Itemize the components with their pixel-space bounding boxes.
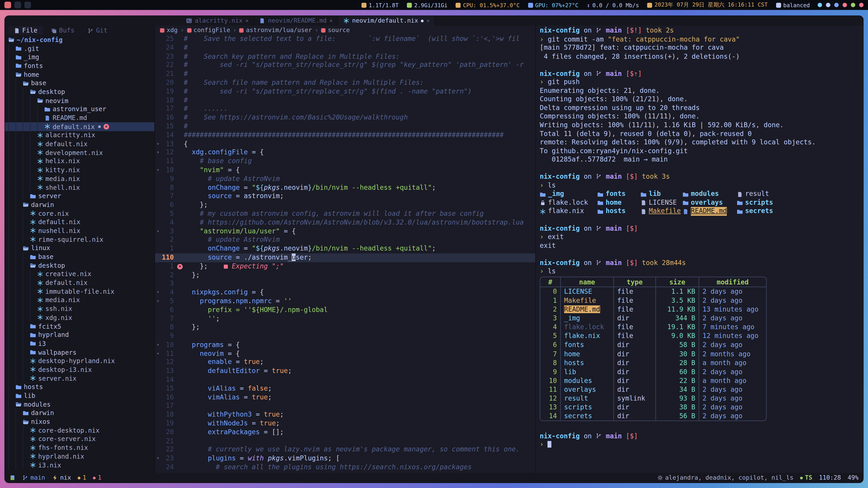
tree-item-server.nix[interactable]: server.nix [5, 374, 154, 383]
tree-item-linux[interactable]: linux [5, 244, 154, 252]
fold-arrow-icon[interactable]: ▾ [155, 350, 161, 358]
editor-line[interactable]: 14######################################… [155, 131, 535, 140]
tree-item-base[interactable]: base [5, 252, 154, 261]
editor-line[interactable]: 22# sed -ri "s/pattern_str/replace_str/g… [155, 61, 535, 70]
fold-arrow-icon[interactable]: ▾ [155, 297, 161, 306]
editor-line[interactable]: 20# Search file name pattern and Replace… [155, 78, 535, 88]
window-icon-2[interactable] [24, 2, 31, 8]
tree-item-core-desktop.nix[interactable]: core-desktop.nix [5, 426, 154, 435]
editor[interactable]: xdg›configFile›astronvim/lua/user›source… [154, 26, 535, 473]
editor-line[interactable]: ▾12 xdg.configFile = { [155, 149, 535, 157]
editor-line[interactable]: ▾13{ [155, 140, 535, 149]
editor-line[interactable]: ▾10 "nvim" = { [155, 166, 535, 175]
tree-item-media.nix[interactable]: media.nix [5, 174, 154, 183]
editor-line[interactable]: ▾23 plugins = with pkgs.vimPlugins; [ [155, 454, 535, 463]
tab-close-icon[interactable]: × [426, 18, 430, 24]
tree-item-creative.nix[interactable]: creative.nix [5, 270, 154, 278]
tree-item-nixos[interactable]: nixos [5, 417, 154, 426]
editor-line[interactable]: 9 # update AstroNvim [155, 175, 535, 184]
tree-item-.git[interactable]: .git [5, 44, 154, 53]
editor-line[interactable]: 12 enable = true; [155, 358, 535, 367]
editor-line[interactable]: 3 [155, 280, 535, 289]
editor-line[interactable]: 8 }; [155, 323, 535, 332]
fold-arrow-icon[interactable]: ▾ [155, 288, 161, 297]
editor-line[interactable]: 15# [155, 122, 535, 131]
tree-item-lib[interactable]: lib [5, 391, 154, 400]
editor-line[interactable]: 20 extraPackages = []; [155, 428, 535, 437]
editor-line[interactable]: ▾5 programs.npm.npmrc = '' [155, 297, 535, 306]
editor-line[interactable]: 18# [155, 96, 535, 105]
filetree-tab-File[interactable]: File [8, 26, 43, 35]
tree-item-helix.nix[interactable]: helix.nix [5, 157, 154, 166]
editor-line[interactable]: 6 prefix = ''${HOME}/.npm-global [155, 306, 535, 315]
tree-item-ssh.nix[interactable]: ssh.nix [5, 304, 154, 313]
editor-line[interactable]: 18 withPython3 = true; [155, 411, 535, 420]
tree-item-modules[interactable]: modules [5, 400, 154, 409]
tree-item-darwin[interactable]: darwin [5, 200, 154, 209]
tree-item-desktop-hyprland.nix[interactable]: desktop-hyprland.nix [5, 357, 154, 365]
tree-item-~/nix-config[interactable]: ~/nix-config [5, 35, 154, 44]
editor-line[interactable]: 4 # https://github.com/AstroNvim/AstroNv… [155, 219, 535, 227]
editor-line[interactable]: 2 # update AstroNvim [155, 236, 535, 245]
tree-item-fonts[interactable]: fonts [5, 61, 154, 70]
editor-lines[interactable]: 25# Save the selected text to a file: `:… [155, 35, 535, 473]
tree-item-media.nix[interactable]: media.nix [5, 296, 154, 304]
tree-item-default.nix[interactable]: default.nix [5, 140, 154, 148]
fold-arrow-icon[interactable]: ▾ [155, 140, 161, 149]
tree-item-kitty.nix[interactable]: kitty.nix [5, 166, 154, 174]
power-icon[interactable] [859, 3, 864, 7]
fold-arrow-icon[interactable]: ▾ [155, 149, 161, 157]
file-tree[interactable]: FileBufsGit ~/nix-config.git_imgfontshom… [5, 26, 154, 473]
editor-line[interactable]: 21 [155, 437, 535, 446]
breadcrumb-item[interactable]: xdg [160, 27, 178, 34]
filetree-tab-Bufs[interactable]: Bufs [45, 26, 80, 35]
editor-line[interactable]: 19# sed -ri "s/pattern_str/replace_str/g… [155, 87, 535, 96]
tree-item-hyprland[interactable]: hyprland [5, 330, 154, 339]
breadcrumb-item[interactable]: astronvim/lua/user [239, 27, 312, 34]
tree-item-fcitx5[interactable]: fcitx5 [5, 322, 154, 330]
editor-line[interactable]: 110 source = ./astronvim_user; [155, 253, 535, 262]
tree-item-core-server.nix[interactable]: core-server.nix [5, 435, 154, 443]
buffer-tab-alacritty.nix[interactable]: alacritty.nix× [181, 16, 254, 26]
editor-line[interactable]: ▾10 programs = { [155, 341, 535, 350]
buffer-tab-neovim/README.md[interactable]: neovim/README.md× [254, 16, 338, 26]
tree-item-base[interactable]: base [5, 79, 154, 88]
breadcrumb-item[interactable]: configFile [187, 27, 230, 34]
tree-item-wallpapers[interactable]: wallpapers [5, 348, 154, 357]
editor-line[interactable]: 13 defaultEditor = true; [155, 367, 535, 376]
editor-line[interactable]: 6 }; [155, 201, 535, 210]
tab-close-icon[interactable]: × [245, 18, 249, 24]
tree-item-README.md[interactable]: README.md [5, 113, 154, 122]
terminal-pane[interactable]: nix-config on main [$!] took 2s› git com… [535, 26, 863, 473]
tree-item-i3[interactable]: i3 [5, 339, 154, 348]
editor-line[interactable]: 9 [155, 332, 535, 341]
filetree-tab-Git[interactable]: Git [82, 26, 113, 35]
statusline-warnings[interactable]: ●1 [78, 474, 86, 482]
editor-line[interactable]: 15 viAlias = false; [155, 385, 535, 393]
editor-line[interactable]: 16# See https://astronvim.com/Basic%20Us… [155, 113, 535, 122]
editor-line[interactable]: 11 # base config [155, 157, 535, 166]
editor-line[interactable]: ▾11 neovim = { [155, 350, 535, 358]
tree-item-nushell.nix[interactable]: nushell.nix [5, 226, 154, 235]
tree-item-default.nix[interactable]: default.nix●× [5, 122, 154, 131]
tree-item-default.nix[interactable]: default.nix [5, 278, 154, 287]
editor-line[interactable]: 24 # search all the plugins using https:… [155, 463, 535, 472]
editor-line[interactable]: 24# [155, 43, 535, 53]
tab-close-icon[interactable]: × [329, 18, 333, 24]
tree-item-_img[interactable]: _img [5, 53, 154, 61]
fold-arrow-icon[interactable]: ▾ [155, 454, 161, 463]
editor-line[interactable]: 17 [155, 402, 535, 411]
tree-item-alacritty.nix[interactable]: alacritty.nix [5, 131, 154, 139]
tree-item-hyprland.nix[interactable]: hyprland.nix [5, 452, 154, 461]
tree-item-development.nix[interactable]: development.nix [5, 148, 154, 157]
tree-item-xdg.nix[interactable]: xdg.nix [5, 313, 154, 322]
tree-item-core.nix[interactable]: core.nix [5, 209, 154, 218]
tree-item-desktop-i3.nix[interactable]: desktop-i3.nix [5, 365, 154, 374]
tree-item-default.nix[interactable]: default.nix [5, 218, 154, 226]
fold-arrow-icon[interactable]: ▾ [155, 227, 161, 236]
tree-item-i3.nix[interactable]: i3.nix [5, 461, 154, 469]
editor-line[interactable]: 8 onChange = "${pkgs.neovim}/bin/nvim --… [155, 184, 535, 192]
fold-arrow-icon[interactable]: ▾ [155, 341, 161, 350]
tree-item-desktop[interactable]: desktop [5, 261, 154, 270]
tree-item-neovim[interactable]: neovim [5, 96, 154, 105]
